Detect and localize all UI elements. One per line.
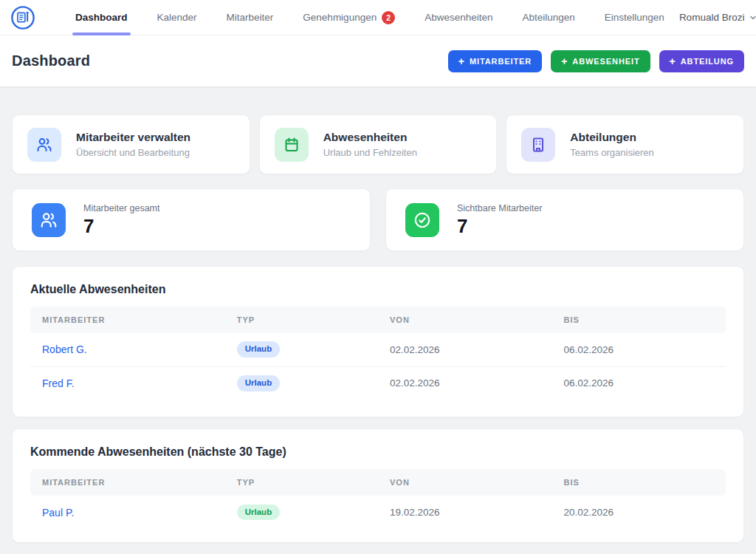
stat-value: 7 [457,216,542,237]
section-title: Aktuelle Abwesenheiten [30,283,726,296]
nav-item-kalender[interactable]: Kalender [142,0,212,35]
approvals-count-badge: 2 [382,11,395,24]
nav-label: Einstellungen [605,12,664,23]
column-header-mitarbeiter: MITARBEITER [30,469,225,496]
stats-row: Mitarbeiter gesamt 7 Sichtbare Mitarbeit… [12,188,744,251]
quick-card-text: Abteilungen Teams organisieren [570,131,653,158]
nav-item-abwesenheiten[interactable]: Abwesenheiten [410,0,507,35]
date-to: 20.02.2026 [551,496,726,529]
top-nav: Dashboard Kalender Mitarbeiter Genehmigu… [0,0,756,35]
quick-card-abwesenheiten[interactable]: Abwesenheiten Urlaub und Fehlzeiten [259,114,498,174]
quick-card-text: Abwesenheiten Urlaub und Fehlzeiten [323,131,417,158]
stat-card-mitarbeiter-gesamt: Mitarbeiter gesamt 7 [12,188,371,251]
column-header-typ: TYP [225,469,378,496]
absence-type-badge: Urlaub [237,341,280,358]
users-icon [32,203,66,237]
header-actions: + MITARBEITER + ABWESENHEIT + ABTEILUNG [448,50,744,72]
quick-card-title: Abwesenheiten [323,131,417,144]
table-row: Paul P. Urlaub 19.02.2026 20.02.2026 [30,496,726,529]
calendar-icon [275,128,309,162]
stat-text: Mitarbeiter gesamt 7 [83,203,160,237]
quick-card-subtitle: Übersicht und Bearbeitung [76,147,190,158]
employee-link[interactable]: Robert G. [42,343,87,355]
stat-text: Sichtbare Mitarbeiter 7 [457,203,542,237]
add-abwesenheit-button[interactable]: + ABWESENHEIT [551,50,650,72]
absence-type-badge: Urlaub [237,375,280,391]
page-header: Dashboard + MITARBEITER + ABWESENHEIT + … [0,35,756,86]
date-to: 06.02.2026 [551,366,726,400]
nav-item-mitarbeiter[interactable]: Mitarbeiter [212,0,289,35]
building-icon [521,128,555,162]
user-menu[interactable]: Romuald Brozi [679,12,756,23]
stat-label: Mitarbeiter gesamt [83,203,160,213]
button-label: ABTEILUNG [681,57,734,66]
nav-label: Genehmigungen [303,12,377,23]
column-header-bis: BIS [551,469,726,496]
section-title: Kommende Abwesenheiten (nächste 30 Tage) [30,445,726,459]
nav-label: Abwesenheiten [425,12,492,23]
table-header-row: MITARBEITER TYP VON BIS [30,307,726,333]
users-icon [27,128,61,162]
column-header-bis: BIS [551,307,726,333]
stat-label: Sichtbare Mitarbeiter [457,203,542,213]
add-mitarbeiter-button[interactable]: + MITARBEITER [448,50,542,72]
nav-label: Mitarbeiter [227,12,274,23]
nav-label: Abteilungen [523,12,575,23]
quick-card-title: Mitarbeiter verwalten [76,131,190,144]
nav-item-genehmigungen[interactable]: Genehmigungen 2 [288,0,410,35]
nav-label: Kalender [157,12,197,23]
table-header-row: MITARBEITER TYP VON BIS [30,469,726,496]
stat-card-sichtbare-mitarbeiter: Sichtbare Mitarbeiter 7 [385,188,744,251]
column-header-von: VON [378,307,552,333]
current-absences-table: MITARBEITER TYP VON BIS Robert G. Urlaub… [30,307,726,400]
add-abteilung-button[interactable]: + ABTEILUNG [659,50,744,72]
absence-type-badge: Urlaub [237,505,280,521]
date-to: 06.02.2026 [551,333,726,366]
date-from: 02.02.2026 [378,333,552,366]
plus-icon: + [458,56,464,66]
nav-label: Dashboard [75,12,128,23]
plus-icon: + [561,56,567,66]
quick-card-abteilungen[interactable]: Abteilungen Teams organisieren [506,114,744,174]
current-absences-section: Aktuelle Abwesenheiten MITARBEITER TYP V… [12,266,744,417]
stat-value: 7 [83,216,160,237]
table-row: Robert G. Urlaub 02.02.2026 06.02.2026 [30,333,726,366]
date-from: 19.02.2026 [378,496,552,529]
check-circle-icon [405,203,439,237]
plus-icon: + [670,56,676,66]
nav-item-abteilungen[interactable]: Abteilungen [508,0,590,35]
employee-link[interactable]: Paul P. [42,507,74,519]
quick-card-mitarbeiter[interactable]: Mitarbeiter verwalten Übersicht und Bear… [12,114,250,174]
quick-card-subtitle: Teams organisieren [570,147,653,158]
chevron-down-icon [749,13,756,22]
quick-links-row: Mitarbeiter verwalten Übersicht und Bear… [12,114,744,174]
page-title: Dashboard [12,52,90,69]
quick-card-text: Mitarbeiter verwalten Übersicht und Bear… [76,131,190,158]
app-logo-icon[interactable] [10,5,35,30]
main-nav: Dashboard Kalender Mitarbeiter Genehmigu… [61,0,679,35]
nav-item-einstellungen[interactable]: Einstellungen [590,0,679,35]
date-from: 02.02.2026 [378,366,552,400]
quick-card-title: Abteilungen [570,131,653,144]
column-header-von: VON [378,469,552,496]
table-row: Fred F. Urlaub 02.02.2026 06.02.2026 [30,366,726,400]
nav-item-dashboard[interactable]: Dashboard [61,0,142,35]
button-label: ABWESENHEIT [572,57,639,66]
user-name: Romuald Brozi [679,12,745,23]
quick-card-subtitle: Urlaub und Fehlzeiten [323,147,417,158]
upcoming-absences-table: MITARBEITER TYP VON BIS Paul P. Urlaub 1… [30,469,726,529]
column-header-mitarbeiter: MITARBEITER [30,307,225,333]
button-label: MITARBEITER [470,57,532,66]
main-content: Mitarbeiter verwalten Übersicht und Bear… [0,86,756,543]
column-header-typ: TYP [225,307,378,333]
upcoming-absences-section: Kommende Abwesenheiten (nächste 30 Tage)… [12,428,744,543]
employee-link[interactable]: Fred F. [42,377,75,389]
